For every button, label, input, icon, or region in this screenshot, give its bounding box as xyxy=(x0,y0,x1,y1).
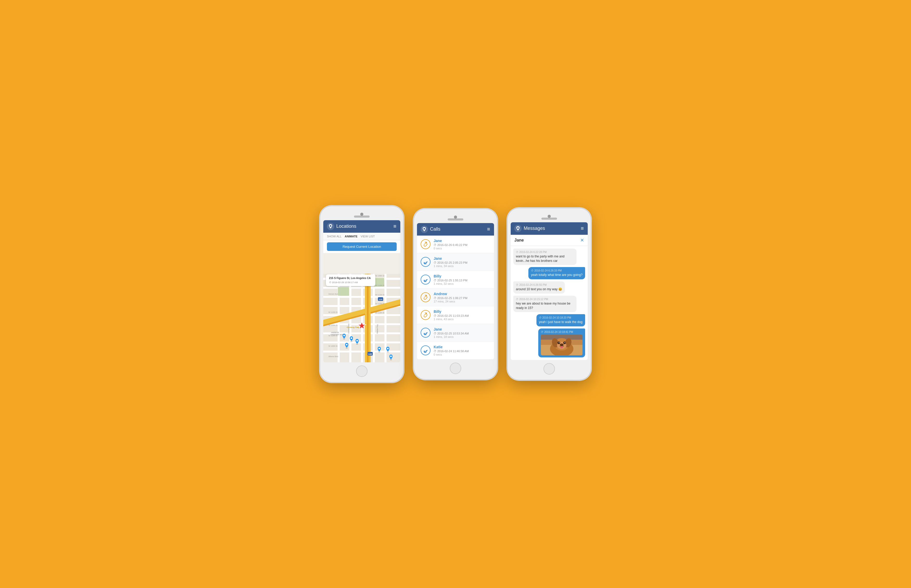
call-icon-6 xyxy=(421,346,431,355)
call-duration-3: 17 mins, 24 secs xyxy=(434,300,490,303)
svg-point-41 xyxy=(378,351,380,352)
call-info-5: Jane ⏱2016-02-25 10:53:34 AM 1 mins, 18 … xyxy=(434,327,490,338)
call-item-1[interactable]: Jane ⏱2016-02-25 2:05:23 PM 1 mins, 34 s… xyxy=(417,253,494,271)
msg-time-1: ⏱2016-02-24 6:26:33 PM xyxy=(531,269,583,272)
msg-text-3: hey we are about to leave my house be re… xyxy=(516,301,574,310)
messages-header-left: Messages xyxy=(514,225,545,232)
svg-text:W 113th St: W 113th St xyxy=(375,312,384,313)
call-icon-0 xyxy=(421,239,431,249)
msg-time-0: ⏱2016-02-24 6:22:28 PM xyxy=(516,250,574,254)
show-all-btn[interactable]: SHOW ALL xyxy=(327,235,341,238)
speaker-1 xyxy=(354,215,370,218)
svg-text:W 120th St: W 120th St xyxy=(328,345,338,347)
svg-text:Orchard Ave: Orchard Ave xyxy=(348,323,350,334)
call-name-3: Andrew xyxy=(434,292,490,296)
call-duration-4: 1 mins, 43 secs xyxy=(434,318,490,321)
svg-text:W 111th St: W 111th St xyxy=(375,294,384,296)
call-duration-1: 1 mins, 34 secs xyxy=(434,265,490,268)
speaker-2 xyxy=(448,218,463,220)
locations-title: Locations xyxy=(336,224,356,229)
map-container: Denver Ave W 112th St W 115th St W 118th… xyxy=(323,253,400,362)
phone-messages: Messages ≡ Jane ✕ ⏱2016-02-24 6:22:28 PM… xyxy=(507,208,591,380)
home-button-3[interactable] xyxy=(543,363,555,375)
camera-2 xyxy=(454,215,457,219)
call-time-5: ⏱2016-02-25 10:53:34 AM xyxy=(434,332,490,335)
call-info-6: Katie ⏱2016-02-24 11:46:58 AM 0 secs xyxy=(434,345,490,356)
call-info-2: Billy ⏱2016-02-25 1:55:13 PM 1 mins, 32 … xyxy=(434,274,490,285)
locations-menu-icon[interactable]: ≡ xyxy=(393,223,397,229)
svg-point-38 xyxy=(356,340,358,341)
call-icon-3 xyxy=(421,292,431,302)
call-name-2: Billy xyxy=(434,274,490,278)
msg-image-dog xyxy=(541,334,583,355)
message-3: ⏱2016-02-24 10:15:12 PM hey we are about… xyxy=(513,296,577,312)
call-item-3[interactable]: Andrew ⏱2016-02-25 1:06:27 PM 17 mins, 2… xyxy=(417,289,494,306)
message-0: ⏱2016-02-24 6:22:28 PM want to go to the… xyxy=(513,249,577,265)
svg-point-39 xyxy=(346,347,348,349)
call-duration-0: 0 secs xyxy=(434,247,490,250)
messages-close-btn[interactable]: ✕ xyxy=(580,237,584,243)
svg-text:Harbor Fwy: Harbor Fwy xyxy=(376,324,378,334)
svg-point-37 xyxy=(356,344,358,345)
call-icon-1 xyxy=(421,257,431,267)
call-duration-6: 0 secs xyxy=(434,353,490,356)
svg-point-43 xyxy=(387,351,389,352)
msg-time-3: ⏱2016-02-24 10:15:12 PM xyxy=(516,298,574,300)
speaker-3 xyxy=(541,218,557,220)
call-time-0: ⏱2016-02-26 6:45:22 PM xyxy=(434,243,490,247)
calls-menu-icon[interactable]: ≡ xyxy=(487,226,490,232)
call-time-1: ⏱2016-02-25 2:05:23 PM xyxy=(434,261,490,264)
svg-rect-59 xyxy=(326,275,375,286)
svg-point-79 xyxy=(559,342,560,343)
view-list-btn[interactable]: VIEW LIST xyxy=(361,235,375,238)
svg-point-76 xyxy=(561,344,562,345)
animate-btn[interactable]: ANIMATE xyxy=(345,235,357,238)
msg-time-2: ⏱2016-02-24 6:26:55 PM xyxy=(516,283,562,286)
svg-text:W 109th St: W 109th St xyxy=(375,275,384,277)
home-button-1[interactable] xyxy=(356,365,368,377)
svg-text:Century Fwy: Century Fwy xyxy=(347,326,359,328)
calls-title: Calls xyxy=(430,226,440,232)
phone-locations: Locations ≡ SHOW ALL ANIMATE VIEW LIST R… xyxy=(320,206,404,382)
call-item-4[interactable]: Billy ⏱2016-02-25 11:03:23 AM 1 mins, 43… xyxy=(417,306,494,324)
messages-contact-header: Jane ✕ xyxy=(511,235,588,246)
svg-rect-21 xyxy=(367,274,368,362)
call-time-2: ⏱2016-02-25 1:55:13 PM xyxy=(434,279,490,282)
call-item-5[interactable]: Jane ⏱2016-02-25 10:53:34 AM 1 mins, 18 … xyxy=(417,324,494,342)
call-icon-4 xyxy=(421,310,431,320)
call-info-3: Andrew ⏱2016-02-25 1:06:27 PM 17 mins, 2… xyxy=(434,292,490,303)
svg-text:W 110th St: W 110th St xyxy=(375,284,384,286)
svg-point-66 xyxy=(517,227,519,229)
msg-text-1: yeah totally what time are you going? xyxy=(531,273,583,277)
messages-menu-icon[interactable]: ≡ xyxy=(581,225,584,231)
svg-point-40 xyxy=(346,344,347,346)
messages-title: Messages xyxy=(524,226,545,231)
call-item-6[interactable]: Katie ⏱2016-02-24 11:46:58 AM 0 secs xyxy=(417,342,494,359)
svg-text:Denver Ave: Denver Ave xyxy=(328,293,338,295)
svg-point-44 xyxy=(387,348,389,349)
messages-header: Messages ≡ xyxy=(511,222,588,235)
phone-top-2 xyxy=(417,214,494,220)
calls-list: Jane ⏱2016-02-26 6:45:22 PM 0 secs Jane … xyxy=(417,236,494,359)
message-5: ⏱2016-02-24 10:18:41 PM xyxy=(538,328,585,357)
locations-header: Locations ≡ xyxy=(323,220,400,233)
call-item-2[interactable]: Billy ⏱2016-02-25 1:55:13 PM 1 mins, 32 … xyxy=(417,271,494,289)
message-2: ⏱2016-02-24 6:26:55 PM around 10 text yo… xyxy=(513,281,565,294)
svg-text:Athens Blvd: Athens Blvd xyxy=(328,355,338,357)
phone-calls: Calls ≡ Jane ⏱2016-02-26 6:45:22 PM 0 se… xyxy=(414,209,497,379)
call-item-0[interactable]: Jane ⏱2016-02-26 6:45:22 PM 0 secs xyxy=(417,236,494,253)
calls-header: Calls ≡ xyxy=(417,223,494,236)
home-button-2[interactable] xyxy=(450,363,461,374)
msg-time-4: ⏱2016-02-24 10:18:20 PM xyxy=(539,316,583,319)
camera-1 xyxy=(360,213,363,216)
call-info-0: Jane ⏱2016-02-26 6:45:22 PM 0 secs xyxy=(434,239,490,250)
svg-text:HARBOR: HARBOR xyxy=(331,332,339,333)
call-icon-2 xyxy=(421,275,431,284)
request-location-button[interactable]: Request Current Location xyxy=(327,242,397,251)
msg-text-2: around 10 text you on my way 😀 xyxy=(516,287,562,292)
message-4: ⏱2016-02-24 10:18:20 PM yeah i just have… xyxy=(536,314,585,326)
svg-text:W 115th St: W 115th St xyxy=(328,324,338,326)
call-time-3: ⏱2016-02-25 1:06:27 PM xyxy=(434,296,490,300)
call-info-1: Jane ⏱2016-02-25 2:05:23 PM 1 mins, 34 s… xyxy=(434,256,490,268)
svg-rect-15 xyxy=(361,274,363,362)
